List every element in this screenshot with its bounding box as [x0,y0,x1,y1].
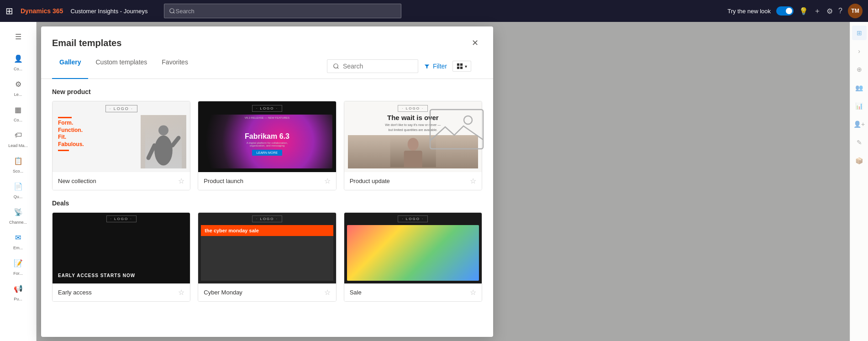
template-footer-product-update: Product update ☆ [344,172,482,190]
sidebar-item-channels[interactable]: 📡 Channe... [9,203,27,225]
sidebar-menu-icon[interactable]: ☰ [9,27,27,46]
sidebar-item-email[interactable]: ✉ Em... [9,228,27,250]
tab-favorites[interactable]: Favorites [154,54,195,79]
global-search-box[interactable] [164,4,401,18]
template-search-box[interactable] [327,59,418,73]
modal-close-button[interactable]: ✕ [468,36,482,50]
bulb-icon[interactable]: 💡 [799,7,808,16]
template-name-new-collection: New collection [58,178,96,184]
template-preview-sale: · LOGO · [344,213,482,283]
sidebar-item-contacts2[interactable]: ▦ Co... [9,100,27,122]
favorite-star-cyber-monday[interactable]: ☆ [324,288,331,297]
modal-tabs: Gallery Custom templates Favorites [41,54,493,79]
template-footer-cyber-monday: Cyber Monday ☆ [198,283,336,301]
email-templates-modal: Email templates ✕ Gallery Custom templat… [41,26,493,337]
image-placeholder-icon [429,109,484,150]
template-search-input[interactable] [343,63,398,70]
template-preview-cyber-monday: · LOGO · the cyber monday sale [198,213,336,283]
favorite-star-early-access[interactable]: ☆ [178,288,184,297]
favorite-star-product-launch[interactable]: ☆ [324,177,331,185]
svg-point-8 [155,136,173,166]
template-footer-sale: Sale ☆ [344,283,482,301]
template-card-product-launch[interactable]: · LOGO · V6.3 RELEASE — NEW FEATURES Fab… [198,101,336,190]
new-look-toggle[interactable] [776,6,794,16]
template-preview-product-launch: · LOGO · V6.3 RELEASE — NEW FEATURES Fab… [198,101,336,172]
view-dropdown-icon[interactable]: ▾ [465,64,467,69]
template-name-product-launch: Product launch [204,178,243,184]
filter-button[interactable]: Filter [424,63,447,70]
left-sidebar: ☰ 👤 Co... ⚙ Le... ▦ Co... 🏷 Lead Ma... 📋… [0,22,37,341]
template-name-sale: Sale [350,289,362,296]
template-preview-early-access: · LOGO · EARLY ACCESS STARTS NOW [53,213,190,283]
favorite-star-sale[interactable]: ☆ [470,288,476,297]
sidebar-item-lead-management[interactable]: 🏷 Lead Ma... [8,126,28,148]
grid-view-icon [457,63,463,69]
svg-line-10 [173,138,179,146]
avatar[interactable]: TM [848,4,863,18]
template-preview-new-collection: · LOGO · Form.Function.Fit.Fabulous. [53,101,190,172]
sidebar-item-quotes[interactable]: 📄 Qu... [9,177,27,199]
hero-text: Form.Function.Fit.Fabulous. [58,120,136,148]
nav-search-icon [169,8,175,14]
templates-grid-deals: · LOGO · EARLY ACCESS STARTS NOW Early a… [52,212,482,302]
svg-marker-2 [425,65,430,68]
tab-custom-templates[interactable]: Custom templates [88,54,154,79]
favorite-star-product-update[interactable]: ☆ [470,177,476,185]
app-grid-icon[interactable]: ⊞ [5,5,13,16]
sidebar-item-push[interactable]: 📢 Pu... [9,279,27,301]
svg-rect-14 [430,110,483,149]
svg-line-9 [148,146,154,158]
try-new-look-label: Try the new look [727,8,771,15]
top-nav: ⊞ Dynamics 365 Customer Insights - Journ… [0,0,868,22]
search-filter-bar: Filter ▾ [316,54,482,79]
template-name-cyber-monday: Cyber Monday [204,289,242,296]
template-name-early-access: Early access [58,289,92,296]
plus-icon[interactable]: ＋ [814,6,821,16]
nav-right-section: Try the new look 💡 ＋ ⚙ ? TM [727,4,863,18]
svg-rect-6 [460,67,463,69]
template-name-product-update: Product update [350,178,390,184]
section-title-new-product: New product [52,88,482,95]
svg-point-7 [158,126,168,136]
svg-rect-3 [457,63,459,66]
tab-gallery[interactable]: Gallery [52,54,88,79]
filter-label: Filter [433,63,447,70]
svg-point-0 [170,9,174,13]
nav-search-input[interactable] [175,8,396,15]
modal-header: Email templates ✕ [41,26,493,50]
modal-overlay: Email templates ✕ Gallery Custom templat… [37,22,850,341]
sidebar-item-leads[interactable]: ⚙ Le... [9,75,27,97]
svg-rect-5 [457,67,459,69]
sidebar-item-forms[interactable]: 📝 For... [9,254,27,276]
sidebar-item-scoring[interactable]: 📋 Sco... [9,152,27,173]
svg-rect-13 [404,151,422,167]
template-card-cyber-monday[interactable]: · LOGO · the cyber monday sale Cyber Mon… [198,212,336,302]
app-logo: Dynamics 365 [21,7,63,15]
image-placeholder-area [420,102,493,157]
template-footer-new-collection: New collection ☆ [53,172,190,190]
template-card-early-access[interactable]: · LOGO · EARLY ACCESS STARTS NOW Early a… [52,212,190,302]
help-icon[interactable]: ? [838,7,842,15]
template-footer-early-access: Early access ☆ [53,283,190,301]
logo-placeholder: · LOGO · [105,105,137,112]
svg-point-12 [407,138,418,151]
person-silhouette [145,123,182,168]
modal-body: New product · LOGO · Form.Function [41,79,493,337]
svg-rect-4 [460,63,463,66]
template-footer-product-launch: Product launch ☆ [198,172,336,190]
section-title-deals: Deals [52,199,482,207]
svg-point-15 [464,116,472,124]
filter-icon [424,63,430,69]
app-name: Customer Insights - Journeys [70,8,147,15]
template-card-new-collection[interactable]: · LOGO · Form.Function.Fit.Fabulous. [52,101,190,190]
sidebar-item-contacts[interactable]: 👤 Co... [9,49,27,71]
view-toggle[interactable]: ▾ [452,61,471,72]
favorite-star-new-collection[interactable]: ☆ [178,177,184,185]
templates-grid-new-product: · LOGO · Form.Function.Fit.Fabulous. [52,101,482,190]
search-icon [333,63,339,69]
settings-icon[interactable]: ⚙ [826,7,833,16]
svg-point-1 [334,64,338,68]
template-card-sale[interactable]: · LOGO · Sale ☆ [344,212,482,302]
modal-title: Email templates [52,38,121,48]
